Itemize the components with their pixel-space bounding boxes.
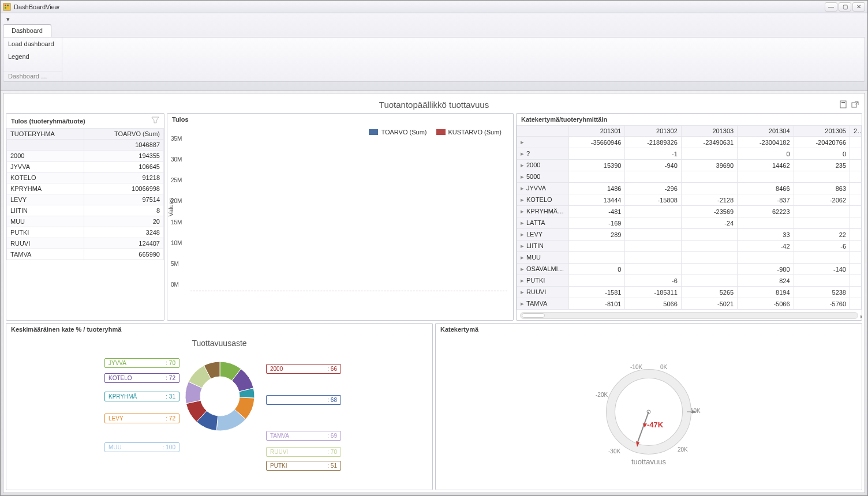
pivot-col[interactable]: 201301 [569, 126, 625, 137]
table-row[interactable]: KPRYHMÄ10066998 [7, 183, 164, 194]
table-row[interactable]: ▸LATTA-169-24 [517, 217, 862, 229]
table-row[interactable]: LEVY97514 [7, 194, 164, 205]
ribbon-item-legend[interactable]: Legend [3, 50, 62, 63]
ribbon-item-load-dashboard[interactable]: Load dashboard [3, 37, 62, 50]
col-toarvo-sum[interactable]: TOARVO (Sum) [84, 129, 164, 140]
minimize-button[interactable]: — [825, 2, 837, 12]
donut-legend: KPRYHMÄ: 31 [104, 392, 179, 401]
table-row[interactable]: ▸PUTKI-6824 [517, 275, 862, 287]
table-row[interactable]: 1046887 [7, 140, 164, 151]
table-row[interactable]: ▸TAMVA-81015066-5021-5066-5760 [517, 298, 862, 310]
panel-title: Katekertymä/tuoteryhmittäin [521, 116, 607, 123]
scroll-thumb[interactable] [522, 313, 545, 318]
svg-rect-4 [7, 7, 9, 9]
svg-rect-6 [841, 102, 845, 103]
svg-rect-2 [7, 5, 9, 6]
pivot-col-more[interactable]: 2. [850, 126, 862, 137]
table-row[interactable]: ▸LIITIN-42-6 [517, 241, 862, 252]
panel-title: Keskimääräinen kate % / tuoteryhmä [11, 326, 121, 333]
panel-title: Katekertymä [440, 326, 478, 333]
donut-legend: PUTKI: 51 [266, 461, 341, 471]
svg-rect-3 [5, 7, 6, 9]
gauge-value: -47K [647, 420, 663, 429]
panel-gauge: Katekertymä [435, 323, 862, 490]
ribbon: ▾ Dashboard Load dashboard Legend Dashbo… [1, 13, 867, 91]
y-tick: 30M [171, 156, 182, 163]
y-tick: 10M [171, 239, 182, 246]
donut-chart[interactable]: JYVVA: 70KOTELO: 72KPRYHMÄ: 31LEVY: 72MU… [12, 350, 426, 483]
donut-legend: JYVVA: 70 [104, 358, 179, 368]
pivot-col[interactable]: 201302 [625, 126, 681, 137]
app-icon [3, 3, 11, 11]
donut-legend: RUUVI: 70 [266, 447, 341, 457]
table-row[interactable]: ▸5000 [517, 171, 862, 183]
table-row[interactable]: ▸200015390-9403969014462235 [517, 160, 862, 171]
gauge-tick: 20K [678, 446, 688, 453]
kate-grid[interactable]: 2013012013022013032013042013052. ▸-35660… [517, 125, 862, 310]
gauge-tick: -10K [630, 364, 642, 370]
table-row[interactable]: ▸OSAVALMIST…0-980-140 [517, 264, 862, 275]
table-row[interactable]: ▸?-100 [517, 148, 862, 160]
donut-legend: KOTELO: 72 [104, 373, 179, 383]
tulos-grid[interactable]: TUOTERYHMA TOARVO (Sum) 1046887200019435… [6, 128, 164, 260]
close-button[interactable]: ✕ [852, 2, 865, 12]
table-row[interactable]: ▸JYVVA1486-2968466863 [517, 183, 862, 194]
table-row[interactable]: ▸-35660946-21889326-23490631-23004182-20… [517, 137, 862, 148]
donut-legend: TAMVA: 69 [266, 431, 341, 441]
scroll-right-icon[interactable]: ▸ [859, 313, 862, 320]
table-row[interactable]: ▸LEVY2893322 [517, 229, 862, 241]
table-row[interactable]: TAMVA665990 [7, 249, 164, 260]
col-tuoteryhma[interactable]: TUOTERYHMA [7, 129, 84, 140]
donut-legend: LEVY: 72 [104, 414, 179, 423]
gauge-tick: -20K [596, 392, 608, 398]
tab-dashboard[interactable]: Dashboard [3, 24, 51, 37]
y-tick: 15M [171, 219, 182, 225]
filter-icon[interactable] [151, 116, 159, 126]
detach-icon[interactable] [851, 100, 860, 109]
donut-title: Tuottavuusaste [12, 339, 426, 348]
panel-donut: Keskimääräinen kate % / tuoteryhmä Tuott… [6, 323, 433, 490]
donut-legend: 2000: 66 [266, 364, 341, 374]
gauge-chart[interactable]: -10K 0K 10K -20K 20K -30K ▾-47K tuottavu… [436, 335, 862, 490]
table-row[interactable]: JYVVA106645 [7, 161, 164, 172]
chart-legend: TOARVO (Sum) KUSTARVO (Sum) [167, 125, 513, 137]
svg-rect-7 [852, 103, 856, 107]
y-tick: 35M [171, 136, 182, 142]
table-row[interactable]: ▸MUU [517, 252, 862, 264]
ribbon-quickaccess-dropdown[interactable]: ▾ [3, 15, 13, 23]
dashboard-title: Tuotantopäällikkö tuottavuus [379, 100, 489, 110]
table-row[interactable]: MUU20 [7, 216, 164, 227]
table-row[interactable]: LIITIN8 [7, 205, 164, 216]
table-row[interactable]: ▸KOTELO13444-15808-2128-837-2062 [517, 194, 862, 206]
table-row[interactable]: ▸RUUVI-1581-185311526581945238 [517, 287, 862, 298]
legend-toarvo: TOARVO (Sum) [369, 129, 426, 136]
pivot-col[interactable]: 201305 [794, 126, 850, 137]
donut-legend: : 68 [266, 395, 341, 405]
y-tick: 25M [171, 177, 182, 183]
bar-chart[interactable]: 0M5M10M15M20M25M30M35M [190, 145, 507, 291]
svg-rect-5 [840, 101, 846, 108]
window-title: DashBoardView [14, 3, 825, 10]
horizontal-scrollbar[interactable]: ▸ [520, 312, 858, 319]
x-axis-labels: 2012012012052012092012132012172012212012… [190, 313, 507, 318]
panel-title: Tulos (tuoteryhmä/tuote) [11, 118, 85, 125]
panel-kate-table: Katekertymä/tuoteryhmittäin 201301201302… [516, 113, 862, 321]
ribbon-group-label: Dashboard … [3, 71, 62, 81]
pivot-col[interactable]: 201304 [738, 126, 794, 137]
table-row[interactable]: 2000194355 [7, 151, 164, 161]
table-row[interactable]: RUUVI124407 [7, 238, 164, 249]
gauge-tick: 0K [660, 364, 667, 370]
panel-tulos-table: Tulos (tuoteryhmä/tuote) TUOTERYHMA TOAR… [6, 113, 164, 321]
table-row[interactable]: PUTKI3248 [7, 227, 164, 238]
y-tick: 20M [171, 198, 182, 204]
table-row[interactable]: KOTELO91218 [7, 172, 164, 183]
panel-title: Tulos [172, 116, 189, 123]
export-icon[interactable] [839, 100, 848, 109]
table-row[interactable]: ▸KPRYHMÄ …-481-2356962223 [517, 206, 862, 217]
titlebar: DashBoardView — ▢ ✕ [1, 1, 867, 13]
pivot-col[interactable]: 201303 [681, 126, 737, 137]
donut-legend: MUU: 100 [104, 442, 179, 452]
y-tick: 5M [171, 260, 179, 266]
maximize-button[interactable]: ▢ [839, 2, 851, 12]
y-tick: 0M [171, 281, 179, 288]
